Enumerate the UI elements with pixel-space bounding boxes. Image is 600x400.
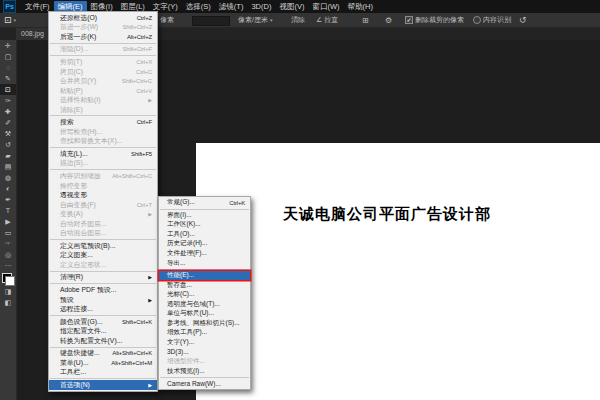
marquee-tool[interactable]: ▢ <box>0 51 16 62</box>
edit-menu-item[interactable]: Adobe PDF 预设... <box>49 285 157 295</box>
edit-menu-item[interactable]: 预设▶ <box>49 295 157 305</box>
edit-menu-item-shortcut: Ctrl+C <box>136 69 152 75</box>
edit-menu-item[interactable]: 后退一步(K)Alt+Ctrl+Z <box>49 32 157 42</box>
preferences-submenu-item-label: 性能(E)... <box>167 271 194 280</box>
edit-menu-item[interactable]: 搜索Ctrl+F <box>49 117 157 127</box>
preferences-submenu-item[interactable]: 参考线、网格和切片(S)... <box>159 319 250 329</box>
menu-item[interactable]: 3D(D) <box>247 1 275 12</box>
content-aware-label: 内容识别 <box>483 15 511 25</box>
eyedropper-tool[interactable]: ✑ <box>0 95 16 106</box>
preferences-submenu-item[interactable]: 常规(G)...Ctrl+K <box>159 198 250 208</box>
edit-menu-item[interactable]: 键盘快捷键...Alt+Shift+Ctrl+K <box>49 349 157 359</box>
preferences-submenu-item[interactable]: 单位与标尺(U)... <box>159 309 250 319</box>
preferences-submenu-item[interactable]: 性能(E)... <box>159 271 250 281</box>
history-brush-tool[interactable]: ↺ <box>0 139 16 150</box>
menu-item[interactable]: 帮助(H) <box>344 1 377 13</box>
crop-tool[interactable]: ⊡ <box>0 84 16 95</box>
preferences-submenu-item[interactable]: 增效工具(P)... <box>159 328 250 338</box>
crop-resolution-input[interactable] <box>192 16 230 26</box>
edit-menu-item[interactable]: 定义画笔预设(B)... <box>49 241 157 251</box>
preferences-submenu-item-label: 3D(3)... <box>167 348 189 355</box>
edit-menu-item[interactable]: 还原框选(O)Ctrl+Z <box>49 13 157 23</box>
pen-tool[interactable]: ✒ <box>0 194 16 205</box>
edit-menu-item[interactable]: 指定配置文件... <box>49 326 157 336</box>
preferences-submenu-item[interactable]: 界面(I)... <box>159 211 250 221</box>
overlay-options-button[interactable]: ⊞ <box>362 13 369 27</box>
crop-icon: ⊡ <box>4 15 12 25</box>
blur-tool[interactable]: ◍ <box>0 172 16 183</box>
edit-menu-item[interactable]: 菜单(U)...Alt+Shift+Ctrl+M <box>49 358 157 368</box>
preferences-submenu-item[interactable]: 3D(3)... <box>159 347 250 357</box>
submenu-arrow-icon: ▶ <box>148 211 152 217</box>
preferences-submenu-item[interactable]: 文字(Y)... <box>159 338 250 348</box>
menu-item[interactable]: 视图(V) <box>275 1 308 13</box>
type-tool[interactable]: T <box>0 205 16 216</box>
healing-brush-tool[interactable]: ✚ <box>0 106 16 117</box>
edit-menu-item[interactable]: 清理(R)▶ <box>49 273 157 283</box>
edit-menu-item[interactable]: 透视变形 <box>49 190 157 200</box>
edit-menu-item[interactable]: 转换为配置文件(V)... <box>49 336 157 346</box>
document-tab-title: 008.jpg <box>21 30 44 37</box>
resolution-unit-dropdown[interactable]: 像素/厘米 ▾ <box>238 13 272 27</box>
brush-tool[interactable]: ✐ <box>0 117 16 128</box>
preferences-submenu-item[interactable]: 工具(O)... <box>159 230 250 240</box>
shape-tool[interactable]: ▭ <box>0 227 16 238</box>
edit-menu-item-label: 转换为配置文件(V)... <box>60 336 122 346</box>
edit-menu-item[interactable]: 定义图案... <box>49 251 157 261</box>
edit-menu-item-shortcut: Ctrl+T <box>137 202 152 208</box>
gradient-tool[interactable]: ▤ <box>0 161 16 172</box>
preferences-submenu-item[interactable]: 文件处理(F)... <box>159 249 250 259</box>
quick-selection-tool[interactable]: ✎ <box>0 73 16 84</box>
preferences-submenu-item-label: 技术预览(I)... <box>167 367 205 376</box>
reset-button[interactable]: ↺ <box>519 13 527 27</box>
straighten-button[interactable]: ∠ 拉直 <box>316 13 338 27</box>
color-swatches[interactable] <box>2 273 15 286</box>
edit-menu-item-label: 描边(S)... <box>60 159 88 169</box>
zoom-tool[interactable]: ◎ <box>0 249 16 260</box>
edit-menu-item-label: 合并拷贝(Y) <box>60 76 96 86</box>
preferences-submenu-item[interactable]: 技术预览(I)... <box>159 366 250 376</box>
move-tool[interactable]: ✛ <box>0 40 16 51</box>
edit-menu-item[interactable]: 颜色设置(G)...Shift+Ctrl+K <box>49 317 157 327</box>
checkbox-checked-icon: ✓ <box>405 16 413 24</box>
edit-menu-item-label: 剪切(T) <box>60 57 82 67</box>
menu-item[interactable]: 滤镜(T) <box>215 1 248 13</box>
edit-menu-item: 前进一步(W)Shift+Ctrl+Z <box>49 23 157 33</box>
preferences-submenu-item-label: 文字(Y)... <box>167 338 194 347</box>
preferences-submenu-item[interactable]: 暂存盘... <box>159 280 250 290</box>
preferences-submenu-item-label: 导出... <box>167 259 185 268</box>
edit-menu-item[interactable]: 首选项(N)▶ <box>49 380 157 390</box>
preferences-submenu-item[interactable]: 导出... <box>159 258 250 268</box>
eraser-tool[interactable]: ▰ <box>0 150 16 161</box>
preferences-submenu-item[interactable]: 工作区(K)... <box>159 220 250 230</box>
edit-menu-item-shortcut: Alt+Shift+Ctrl+K <box>112 350 152 356</box>
delete-cropped-pixels-checkbox[interactable]: ✓ 删除裁剪的像素 <box>405 13 464 27</box>
dodge-tool[interactable]: ◐ <box>0 183 16 194</box>
edit-toolbar-button[interactable]: ⋯ <box>0 260 16 271</box>
clear-button[interactable]: 清除 <box>291 13 305 27</box>
preferences-submenu-item[interactable]: 透明度与色域(T)... <box>159 299 250 309</box>
preferences-submenu-item[interactable]: Camera Raw(W)... <box>159 379 250 389</box>
edit-menu-item: 自由变换(F)Ctrl+T <box>49 200 157 210</box>
hand-tool[interactable]: ☞ <box>0 238 16 249</box>
quick-mask-button[interactable]: ◨ <box>0 286 16 297</box>
crop-tool-preset-button[interactable]: ⊡ ▾ <box>4 13 16 27</box>
clone-stamp-tool[interactable]: ⚒ <box>0 128 16 139</box>
preferences-submenu-item[interactable]: 历史记录(H)... <box>159 239 250 249</box>
path-selection-tool[interactable]: ▶ <box>0 216 16 227</box>
edit-menu-item-shortcut: Ctrl+Z <box>137 15 152 21</box>
edit-menu-item[interactable]: 工具栏... <box>49 368 157 378</box>
document-canvas[interactable]: 天诚电脑公司平面广告设计部 <box>196 143 600 400</box>
menu-separator <box>160 377 249 378</box>
preferences-submenu-item[interactable]: 光标(C)... <box>159 290 250 300</box>
content-aware-checkbox[interactable]: 内容识别 <box>473 13 511 27</box>
menu-item[interactable]: 选择(S) <box>182 1 215 13</box>
edit-menu-item[interactable]: 填充(L)...Shift+F5 <box>49 149 157 159</box>
background-color-swatch[interactable] <box>5 276 15 286</box>
lasso-tool[interactable]: ◌ <box>0 62 16 73</box>
menu-item[interactable]: 窗口(W) <box>308 1 343 13</box>
preferences-submenu-item-label: 文件处理(F)... <box>167 249 207 258</box>
screen-mode-button[interactable]: ◧ <box>0 297 16 308</box>
crop-settings-gear-icon[interactable]: ⚙ <box>385 13 392 27</box>
edit-menu-item[interactable]: 远程连接... <box>49 304 157 314</box>
